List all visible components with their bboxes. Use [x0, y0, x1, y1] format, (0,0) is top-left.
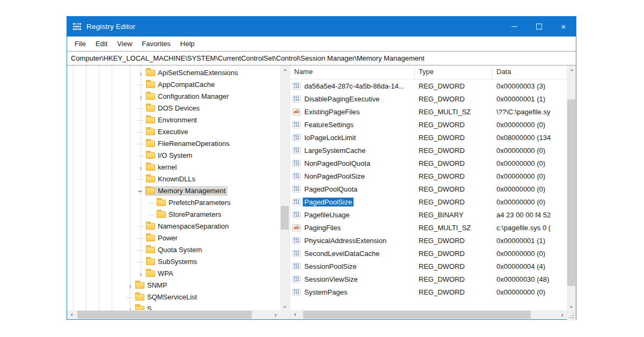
window-resize-grip[interactable]	[567, 311, 576, 320]
tree-item-subsystems[interactable]: SubSystems	[67, 256, 280, 268]
scroll-right-arrow-icon[interactable]: ›	[558, 310, 567, 319]
menu-help[interactable]: Help	[175, 37, 200, 51]
tree-node[interactable]: Environment	[145, 115, 199, 125]
tree-node[interactable]: KnownDLLs	[145, 174, 197, 184]
tree-item-dos-devices[interactable]: DOS Devices	[67, 102, 280, 114]
tree-node[interactable]: Configuration Manager	[145, 92, 231, 101]
tree-hscroll-thumb[interactable]	[77, 311, 252, 319]
chevron-right-icon[interactable]: ›	[137, 268, 145, 280]
column-header-name[interactable]: Name	[290, 65, 415, 79]
scroll-up-arrow-icon[interactable]: ›	[567, 65, 576, 75]
list-row-systempages[interactable]: 011110SystemPagesREG_DWORD0x00000000 (0)	[290, 285, 567, 298]
list-vscroll-thumb[interactable]	[567, 99, 575, 286]
minimize-button[interactable]	[502, 17, 526, 36]
menu-file[interactable]: File	[70, 37, 91, 51]
list-row-pagedpoolsize[interactable]: 011110PagedPoolSizeREG_DWORD0x00000000 (…	[290, 195, 567, 208]
list-row-largesystemcache[interactable]: 011110LargeSystemCacheREG_DWORD0x0000000…	[290, 144, 567, 157]
tree-node[interactable]: StoreParameters	[156, 210, 223, 219]
tree-node[interactable]: Memory Management	[145, 186, 228, 196]
scroll-up-arrow-icon[interactable]: ›	[280, 65, 289, 75]
list-row-da56a5e4-287c-4a5b-86da-14[interactable]: 011110da56a5e4-287c-4a5b-86da-14...REG_D…	[290, 79, 567, 92]
tree-node[interactable]: NamespaceSeparation	[145, 222, 231, 231]
tree-item-filerenameoperations[interactable]: FileRenameOperations	[67, 138, 280, 150]
key-tree[interactable]: ›ApiSetSchemaExtensionsAppCompatCache›Co…	[67, 65, 280, 310]
list-vertical-scrollbar[interactable]: › ›	[567, 65, 576, 311]
list-row-nonpagedpoolsize[interactable]: 011110NonPagedPoolSizeREG_DWORD0x0000000…	[290, 170, 567, 182]
tree-item-quota-system[interactable]: Quota System	[67, 244, 280, 256]
list-row-existingpagefiles[interactable]: abExistingPageFilesREG_MULTI_SZ\??\C:\pa…	[290, 105, 567, 118]
tree-node[interactable]: PrefetchParameters	[156, 198, 233, 208]
scroll-left-arrow-icon[interactable]: ›	[290, 310, 299, 319]
list-row-physicaladdressextension[interactable]: 011110PhysicalAddressExtensionREG_DWORD0…	[290, 234, 567, 247]
chevron-down-icon[interactable]: ›	[137, 185, 145, 197]
tree-item-knowndlls[interactable]: KnownDLLs	[67, 173, 280, 185]
list-hscroll-thumb[interactable]	[303, 311, 531, 319]
tree-vertical-scrollbar[interactable]: › ›	[280, 65, 289, 311]
tree-item-s[interactable]: ›S	[67, 303, 280, 310]
scroll-left-arrow-icon[interactable]: ›	[67, 310, 76, 319]
tree-node[interactable]: FileRenameOperations	[145, 139, 232, 149]
tree-item-appcompatcache[interactable]: AppCompatCache	[67, 79, 280, 91]
list-row-nonpagedpoolquota[interactable]: 011110NonPagedPoolQuotaREG_DWORD0x000000…	[290, 157, 567, 170]
tree-node[interactable]: SQMServiceList	[134, 292, 199, 302]
tree-item-sqmservicelist[interactable]: SQMServiceList	[67, 291, 280, 303]
tree-item-storeparameters[interactable]: StoreParameters	[67, 209, 280, 221]
list-row-sessionpoolsize[interactable]: 011110SessionPoolSizeREG_DWORD0x00000004…	[290, 260, 567, 273]
chevron-right-icon[interactable]: ›	[137, 162, 145, 173]
tree-item-configuration-manager[interactable]: ›Configuration Manager	[67, 91, 280, 102]
tree-horizontal-scrollbar[interactable]: › ›	[67, 310, 280, 319]
tree-node[interactable]: Quota System	[145, 245, 204, 255]
menu-favorites[interactable]: Favorites	[137, 37, 175, 51]
tree-node[interactable]: SNMP	[134, 281, 170, 290]
tree-node[interactable]: SubSystems	[145, 257, 199, 267]
tree-hscroll-track[interactable]	[76, 310, 271, 319]
chevron-right-icon[interactable]: ›	[137, 91, 145, 102]
tree-node[interactable]: I/O System	[145, 151, 194, 160]
chevron-right-icon[interactable]: ›	[126, 303, 134, 310]
title-bar[interactable]: Registry Editor ×	[67, 17, 576, 36]
column-header-data[interactable]: Data	[493, 65, 567, 79]
list-row-pagingfiles[interactable]: abPagingFilesREG_MULTI_SZc:\pagefile.sys…	[290, 221, 567, 234]
tree-item-memory-management[interactable]: ›Memory Management	[67, 185, 280, 197]
maximize-button[interactable]	[526, 17, 551, 36]
tree-node[interactable]: Power	[145, 233, 180, 243]
scroll-down-arrow-icon[interactable]: ›	[567, 302, 576, 311]
tree-item-prefetchparameters[interactable]: PrefetchParameters	[67, 197, 280, 209]
tree-node[interactable]: DOS Devices	[145, 104, 202, 113]
list-row-disablepagingexecutive[interactable]: 011110DisablePagingExecutiveREG_DWORD0x0…	[290, 92, 567, 105]
tree-item-namespaceseparation[interactable]: NamespaceSeparation	[67, 221, 280, 232]
menu-view[interactable]: View	[112, 37, 137, 51]
list-row-iopagelocklimit[interactable]: 011110IoPageLockLimitREG_DWORD0x08000000…	[290, 131, 567, 144]
tree-item-i-o-system[interactable]: I/O System	[67, 150, 280, 162]
menu-edit[interactable]: Edit	[91, 37, 112, 51]
list-row-secondleveldatacache[interactable]: 011110SecondLevelDataCacheREG_DWORD0x000…	[290, 247, 567, 260]
tree-item-power[interactable]: Power	[67, 232, 280, 244]
column-header-type[interactable]: Type	[415, 65, 493, 79]
list-horizontal-scrollbar[interactable]: › ›	[290, 310, 567, 319]
tree-vscroll-track[interactable]	[280, 75, 289, 302]
tree-item-executive[interactable]: Executive	[67, 126, 280, 138]
scroll-right-arrow-icon[interactable]: ›	[271, 310, 280, 319]
list-row-sessionviewsize[interactable]: 011110SessionViewSizeREG_DWORD0x00000030…	[290, 273, 567, 285]
tree-item-wpa[interactable]: ›WPA	[67, 268, 280, 280]
tree-item-snmp[interactable]: ›SNMP	[67, 280, 280, 291]
tree-item-kernel[interactable]: ›kernel	[67, 162, 280, 173]
tree-node[interactable]: AppCompatCache	[145, 80, 217, 90]
close-button[interactable]: ×	[551, 17, 576, 36]
tree-node[interactable]: WPA	[145, 269, 175, 279]
tree-vscroll-thumb[interactable]	[281, 206, 289, 230]
list-row-featuresettings[interactable]: 011110FeatureSettingsREG_DWORD0x00000000…	[290, 118, 567, 131]
tree-item-environment[interactable]: Environment	[67, 114, 280, 126]
tree-item-apisetschemaextensions[interactable]: ›ApiSetSchemaExtensions	[67, 67, 280, 79]
list-hscroll-track[interactable]	[299, 310, 558, 319]
tree-node[interactable]: kernel	[145, 163, 179, 172]
list-row-pagedpoolquota[interactable]: 011110PagedPoolQuotaREG_DWORD0x00000000 …	[290, 182, 567, 195]
tree-node[interactable]: Executive	[145, 127, 190, 137]
list-row-pagefileusage[interactable]: 011110PagefileUsageREG_BINARYa4 23 00 00…	[290, 208, 567, 221]
address-input[interactable]	[67, 52, 576, 65]
list-vscroll-track[interactable]	[567, 75, 576, 302]
tree-node[interactable]: ApiSetSchemaExtensions	[145, 68, 240, 78]
chevron-right-icon[interactable]: ›	[137, 67, 145, 79]
chevron-right-icon[interactable]: ›	[126, 280, 134, 291]
tree-node[interactable]: S	[134, 304, 154, 310]
